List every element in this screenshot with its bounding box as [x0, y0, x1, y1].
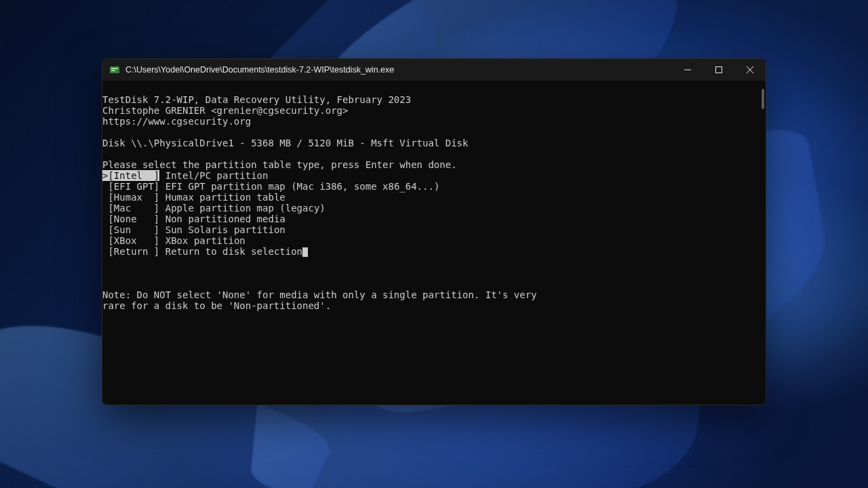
window-title: C:\Users\Yodel\OneDrive\Documents\testdi…	[125, 65, 394, 75]
menu-desc: Intel/PC partition	[165, 170, 269, 181]
menu-item-efi-gpt[interactable]: [EFI GPT] EFI GPT partition map (Mac i38…	[102, 181, 439, 192]
maximize-button[interactable]	[703, 59, 734, 81]
header-line: TestDisk 7.2-WIP, Data Recovery Utility,…	[102, 94, 411, 105]
menu-tag: [Intel ]	[108, 170, 159, 181]
console-window: C:\Users\Yodel\OneDrive\Documents\testdi…	[102, 58, 766, 405]
menu-item-sun[interactable]: [Sun ] Sun Solaris partition	[102, 224, 285, 235]
svg-rect-1	[111, 68, 118, 69]
app-icon	[109, 64, 120, 75]
menu-tag: [Sun ]	[108, 224, 159, 235]
menu-desc: Sun Solaris partition	[165, 224, 285, 235]
close-button[interactable]	[734, 59, 766, 81]
scrollbar-thumb[interactable]	[762, 89, 764, 109]
menu-desc: XBox partition	[165, 235, 245, 246]
text-cursor	[302, 247, 308, 257]
menu-item-none[interactable]: [None ] Non partitioned media	[102, 214, 285, 224]
menu-item-return[interactable]: [Return ] Return to disk selection	[102, 246, 308, 257]
terminal-output[interactable]: TestDisk 7.2-WIP, Data Recovery Utility,…	[102, 81, 766, 405]
menu-tag: [Return ]	[108, 246, 159, 257]
menu-tag: [Mac ]	[108, 203, 159, 214]
menu-desc: Non partitioned media	[165, 214, 285, 224]
disk-info: Disk \\.\PhysicalDrive1 - 5368 MB / 5120…	[102, 138, 468, 148]
svg-rect-2	[111, 70, 115, 71]
svg-rect-4	[716, 67, 722, 73]
header-line: https://www.cgsecurity.org	[102, 116, 251, 127]
menu-tag: [EFI GPT]	[108, 181, 159, 192]
titlebar[interactable]: C:\Users\Yodel\OneDrive\Documents\testdi…	[102, 59, 766, 81]
menu-tag: [XBox ]	[108, 235, 159, 246]
menu-tag: [Humax ]	[108, 192, 159, 203]
menu-desc: Return to disk selection	[165, 246, 302, 257]
note-line: rare for a disk to be 'Non-partitioned'.	[102, 300, 331, 311]
menu-tag: [None ]	[108, 214, 159, 224]
scrollbar[interactable]	[757, 81, 766, 405]
note-line: Note: Do NOT select 'None' for media wit…	[102, 289, 537, 300]
header-line: Christophe GRENIER <grenier@cgsecurity.o…	[102, 105, 348, 116]
menu-item-intel[interactable]: >[Intel ] Intel/PC partition	[102, 170, 268, 181]
menu-item-mac[interactable]: [Mac ] Apple partition map (legacy)	[102, 203, 326, 214]
menu-desc: EFI GPT partition map (Mac i386, some x8…	[165, 181, 440, 192]
menu-item-humax[interactable]: [Humax ] Humax partition table	[102, 192, 285, 203]
menu-desc: Humax partition table	[165, 192, 285, 203]
menu-desc: Apple partition map (legacy)	[165, 203, 326, 214]
prompt-line: Please select the partition table type, …	[102, 159, 457, 170]
menu-item-xbox[interactable]: [XBox ] XBox partition	[102, 235, 245, 246]
minimize-button[interactable]	[672, 59, 703, 81]
